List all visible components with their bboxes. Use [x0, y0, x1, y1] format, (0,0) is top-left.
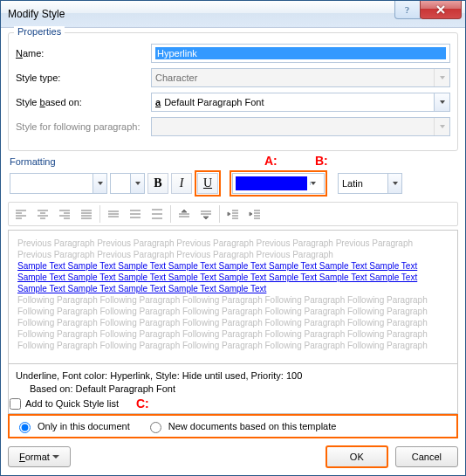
- dialog-title: Modify Style: [1, 8, 65, 20]
- chevron-down-icon: [434, 118, 449, 135]
- italic-button[interactable]: I: [171, 173, 192, 194]
- bold-button[interactable]: B: [147, 173, 168, 194]
- annotation-b: B:: [315, 154, 328, 168]
- properties-label: Properties: [14, 26, 65, 37]
- cancel-button[interactable]: Cancel: [395, 446, 458, 467]
- indent-dec-button[interactable]: [223, 204, 243, 224]
- preview-sample: Sample Text Sample Text Sample Text Samp…: [17, 260, 449, 294]
- properties-group: Properties Name: Style type: Character S…: [8, 32, 458, 151]
- chevron-down-icon: [52, 455, 59, 459]
- name-input[interactable]: [155, 47, 446, 59]
- align-center-button[interactable]: [32, 204, 53, 224]
- modify-style-dialog: Modify Style ? Properties Name: Style ty…: [0, 0, 466, 476]
- highlight-underline: U: [195, 170, 221, 197]
- space-before-inc-button[interactable]: [174, 204, 195, 224]
- scope-radio-group: Only in this document New documents base…: [8, 414, 458, 438]
- font-size-combo[interactable]: [110, 173, 145, 194]
- indent-inc-button[interactable]: [244, 204, 265, 224]
- highlight-color: [230, 170, 327, 197]
- formatting-label: Formatting: [10, 156, 458, 167]
- underline-button[interactable]: U: [197, 173, 218, 194]
- color-swatch: [236, 176, 307, 190]
- spacing-2-button[interactable]: [147, 204, 168, 224]
- align-left-button[interactable]: [10, 204, 31, 224]
- chevron-down-icon[interactable]: [434, 93, 449, 111]
- chevron-down-icon[interactable]: [130, 174, 144, 193]
- font-family-combo[interactable]: [10, 173, 107, 194]
- preview-pane: Previous Paragraph Previous Paragraph Pr…: [8, 230, 458, 364]
- preview-following-para: Following Paragraph Following Paragraph …: [17, 294, 449, 351]
- chevron-down-icon: [434, 69, 449, 86]
- add-quick-style-label: Add to Quick Style list: [25, 398, 119, 409]
- based-on-label: Style based on:: [16, 97, 151, 107]
- chevron-down-icon[interactable]: [93, 174, 106, 193]
- following-label: Style for following paragraph:: [16, 121, 151, 132]
- name-label: Name:: [16, 48, 151, 59]
- space-before-dec-button[interactable]: [195, 204, 216, 224]
- font-color-combo[interactable]: [232, 173, 325, 194]
- add-quick-style-checkbox[interactable]: [10, 398, 21, 410]
- annotation-c: C:: [136, 397, 149, 410]
- titlebar: Modify Style ?: [1, 1, 465, 28]
- a-icon: a: [155, 97, 161, 107]
- new-docs-radio[interactable]: New documents based on this template: [146, 419, 337, 433]
- format-button[interactable]: Format: [8, 446, 71, 467]
- following-field: [151, 117, 450, 136]
- align-right-button[interactable]: [54, 204, 75, 224]
- help-button[interactable]: ?: [394, 1, 421, 19]
- based-on-field[interactable]: a Default Paragraph Font: [151, 93, 450, 112]
- formatting-toolbar: B I U Latin: [8, 169, 458, 202]
- chevron-down-icon[interactable]: [387, 174, 401, 193]
- style-type-field: Character: [151, 68, 450, 87]
- preview-prev-para: Previous Paragraph Previous Paragraph Pr…: [17, 238, 449, 260]
- only-this-doc-radio[interactable]: Only in this document: [15, 419, 130, 433]
- spacing-15-button[interactable]: [125, 204, 146, 224]
- svg-text:?: ?: [405, 4, 409, 15]
- name-field[interactable]: [151, 44, 450, 63]
- annotation-a: A:: [264, 154, 278, 168]
- spacing-1-button[interactable]: [103, 204, 124, 224]
- script-combo[interactable]: Latin: [338, 173, 402, 194]
- paragraph-toolbar: [8, 202, 458, 226]
- ok-button[interactable]: OK: [326, 445, 388, 468]
- close-button[interactable]: [420, 1, 462, 19]
- chevron-down-icon[interactable]: [310, 182, 324, 185]
- style-type-label: Style type:: [16, 72, 151, 83]
- align-justify-button[interactable]: [76, 204, 97, 224]
